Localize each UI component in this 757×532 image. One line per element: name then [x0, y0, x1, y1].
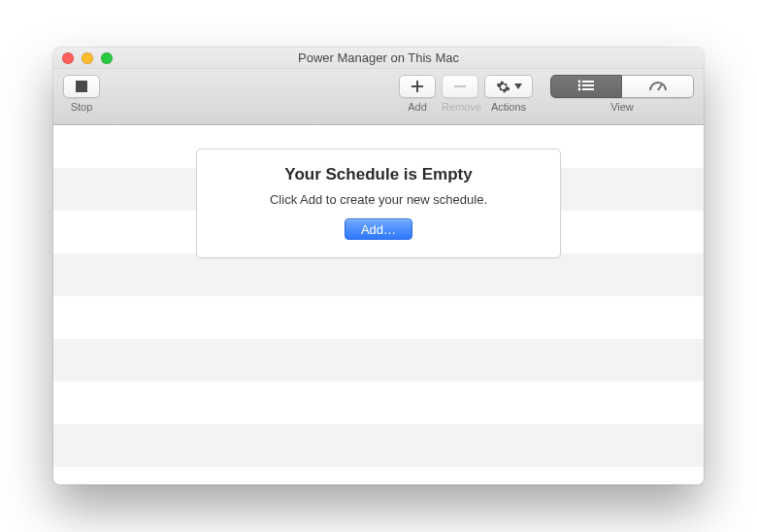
- close-icon[interactable]: [62, 52, 74, 64]
- list-icon: [577, 80, 595, 94]
- svg-rect-0: [76, 81, 87, 92]
- view-list-button[interactable]: [550, 75, 622, 98]
- stop-button[interactable]: [63, 75, 100, 98]
- remove-button[interactable]: [442, 75, 478, 98]
- view-gauge-button[interactable]: [622, 75, 694, 98]
- window-controls: [53, 52, 113, 64]
- view-label: View: [550, 101, 694, 113]
- remove-label: Remove: [442, 101, 478, 113]
- content-area: Your Schedule is Empty Click Add to crea…: [53, 125, 704, 484]
- stop-label: Stop: [71, 101, 93, 113]
- svg-rect-3: [582, 81, 594, 83]
- empty-state-panel: Your Schedule is Empty Click Add to crea…: [196, 149, 561, 258]
- actions-button[interactable]: [484, 75, 533, 98]
- svg-rect-5: [582, 84, 594, 86]
- toolbar: Stop: [53, 69, 704, 125]
- window-title: Power Manager on This Mac: [53, 50, 704, 65]
- empty-subtitle: Click Add to create your new schedule.: [214, 192, 543, 207]
- svg-rect-1: [454, 85, 466, 87]
- stop-group: Stop: [63, 75, 100, 113]
- titlebar: Power Manager on This Mac: [53, 48, 704, 69]
- gear-icon: [496, 80, 510, 94]
- view-segmented: [550, 75, 694, 98]
- zoom-icon[interactable]: [101, 52, 113, 64]
- svg-point-6: [578, 87, 581, 90]
- stop-icon: [76, 81, 87, 92]
- app-window: Power Manager on This Mac Stop: [53, 48, 704, 484]
- empty-heading: Your Schedule is Empty: [214, 165, 543, 184]
- minus-icon: [453, 80, 467, 93]
- chevron-down-icon: [514, 83, 522, 89]
- svg-rect-7: [582, 88, 594, 90]
- svg-line-8: [658, 84, 662, 90]
- add-label: Add: [399, 101, 436, 113]
- gauge-icon: [648, 79, 668, 94]
- svg-point-4: [578, 83, 581, 86]
- plus-icon: [411, 80, 424, 93]
- empty-add-button[interactable]: Add…: [345, 218, 412, 240]
- view-group: View: [550, 75, 694, 113]
- minimize-icon[interactable]: [82, 52, 93, 64]
- center-group: Add Remove Actions: [399, 75, 533, 113]
- actions-label: Actions: [484, 101, 533, 113]
- svg-point-2: [578, 80, 581, 83]
- add-button[interactable]: [399, 75, 436, 98]
